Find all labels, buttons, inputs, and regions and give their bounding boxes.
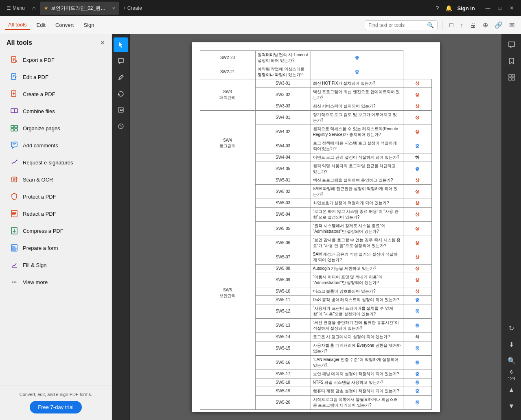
code-cell: SW5-01 (255, 176, 311, 185)
zoom-in-button[interactable]: 🔍 (504, 353, 519, 368)
svg-text:AI: AI (120, 108, 123, 112)
sidebar-item-create-pdf[interactable]: Create a PDF (3, 86, 108, 102)
refresh-button[interactable]: ↻ (504, 321, 519, 335)
bookmarks-panel-button[interactable] (504, 54, 519, 68)
sidebar-item-compress-pdf[interactable]: Compress a PDF (3, 223, 108, 239)
comment-tool-button[interactable] (114, 54, 128, 68)
measure-tool-button[interactable] (114, 119, 128, 133)
link-button[interactable]: 🔗 (493, 20, 504, 31)
menu-button[interactable]: ☰ Menu (3, 4, 28, 13)
code-cell: SW5-09 (255, 273, 311, 287)
tab-edit[interactable]: Edit (33, 20, 49, 30)
code-cell: SW5-19 (255, 387, 311, 396)
next-page-button[interactable]: ▼ (504, 399, 519, 413)
level-cell: 상 (403, 88, 431, 102)
zoom-button[interactable]: ⊕ (481, 20, 490, 31)
table-row: SW2-21예약된 작업에 의심스러운 명령이나 파일이 있는가?중 (200, 65, 431, 79)
content-cell: 원격으로 액세스할 수 있는 레지스트리(Remote Registry Ser… (311, 125, 403, 139)
pdf-viewer[interactable]: SW2-20원격터미널 접속 시 Timeout 설정이 되어 있는가?중SW2… (130, 34, 501, 420)
category-cell: SW3패치관리 (200, 79, 255, 111)
select-tool-button[interactable] (114, 37, 128, 52)
svg-rect-11 (14, 109, 18, 113)
code-cell: SW4-04 (255, 153, 311, 162)
search-box[interactable]: 🔍 (365, 20, 438, 30)
tab-convert[interactable]: Convert (52, 20, 77, 30)
table-row: SW5보안관리SW5-01백신 프로그램을 설치하여 운영하고 있는가?상 (200, 176, 431, 185)
pdf-table: SW2-20원격터미널 접속 시 Timeout 설정이 되어 있는가?중SW2… (200, 50, 432, 410)
sidebar-item-fill-sign[interactable]: Fill & Sign (3, 257, 108, 273)
code-cell: SW5-17 (255, 370, 311, 378)
home-button[interactable]: ⌂ (30, 3, 38, 13)
content-cell: 이벤트 로그 관리 설정이 적절하게 되어 있는가? (311, 153, 403, 162)
sidebar-item-label-fill-sign: Fill & Sign (23, 262, 47, 268)
email-button[interactable]: ✉ (508, 20, 516, 31)
minimize-button[interactable]: — (482, 4, 495, 13)
comments-panel-button[interactable] (504, 37, 519, 52)
sidebar-item-organize-pages[interactable]: Organize pages (3, 120, 108, 136)
code-cell: SW5-11 (255, 296, 311, 304)
search-input[interactable] (368, 22, 425, 28)
pen-tool-button[interactable] (114, 70, 128, 85)
content-cell: "사용자가 프린터 드라이버를 설치할 수 없게 함"이 "사용"으로 설정되어… (311, 304, 403, 319)
sidebar: All tools ✕ Export a PDF Edit a PDF Crea… (0, 34, 112, 420)
trial-button[interactable]: Free 7-day trial (30, 401, 81, 413)
total-pages: 124 (508, 376, 515, 381)
prev-page-button[interactable]: ▲ (504, 383, 519, 397)
content-cell: 보안 채널 데이터 설정이 적절하게 되어 있는가? (311, 370, 403, 378)
sidebar-item-export-pdf[interactable]: Export a PDF (3, 52, 108, 68)
sidebar-item-protect-pdf[interactable]: Protect a PDF (3, 188, 108, 205)
new-tab-button[interactable]: + Create (120, 4, 145, 13)
sidebar-item-prepare-form[interactable]: Prepare a form (3, 240, 108, 256)
code-cell: SW3-01 (255, 79, 311, 88)
tab-sign[interactable]: Sign (80, 20, 97, 30)
sidebar-item-combine-files[interactable]: Combine files (3, 103, 108, 119)
sidebar-item-scan-ocr[interactable]: Scan & OCR (3, 171, 108, 188)
svg-rect-27 (12, 212, 16, 214)
content-cell: "이동식 미디어 포맷 및 꺼내기 허용"에 "Administrators"만… (311, 273, 403, 287)
cloud-upload-button[interactable]: ↑ (458, 20, 465, 31)
content-cell: Autologin 기능을 제한하고 있는가? (311, 265, 403, 273)
level-cell: 하 (403, 153, 431, 162)
sidebar-close-button[interactable]: ✕ (100, 39, 105, 46)
content-cell: "원격 시스템에서 강제로 시스템 종료"에 "Administrators"만… (311, 222, 403, 236)
level-cell: 중 (403, 396, 431, 410)
download-button[interactable]: ⬇ (504, 337, 519, 352)
maximize-button[interactable]: □ (495, 4, 506, 13)
view-more-icon (10, 278, 19, 287)
new-tab-label: + Create (123, 5, 142, 11)
code-cell: SW4-05 (255, 162, 311, 176)
level-cell: 상 (403, 222, 431, 236)
help-button[interactable]: ? (434, 3, 441, 13)
print-button[interactable]: 🖨 (468, 20, 478, 31)
sidebar-item-label-organize: Organize pages (23, 125, 60, 131)
sidebar-item-request-esignatures[interactable]: Request e-signatures (3, 154, 108, 171)
sidebar-item-edit-pdf[interactable]: Edit a PDF (3, 69, 108, 85)
content-cell: 화면보호기 설정이 적절하게 되어 있는가? (311, 199, 403, 208)
svg-rect-33 (12, 249, 16, 250)
code-cell: SW5-12 (255, 304, 311, 319)
sidebar-item-redact-pdf[interactable]: Redact a PDF (3, 206, 108, 222)
tab-close-button[interactable]: ✕ (112, 6, 115, 11)
sidebar-item-label-comments: Add comments (23, 142, 58, 149)
sign-in-button[interactable]: Sign in (457, 5, 475, 11)
notifications-button[interactable]: 🔔 (444, 3, 454, 13)
sidebar-item-view-more[interactable]: View more (3, 274, 108, 290)
tab-all-tools[interactable]: All tools (5, 20, 30, 30)
sidebar-item-add-comments[interactable]: Add comments (3, 137, 108, 153)
level-cell: 중 (403, 296, 431, 304)
tools-panel: AI (112, 34, 130, 420)
save-local-button[interactable]: □ (448, 20, 455, 31)
svg-point-37 (15, 282, 17, 283)
content-cell: SAM 파일에 접근권한 설정이 적절하게 되어 있는가? (311, 185, 403, 199)
code-cell: SW5-13 (255, 319, 311, 333)
rotate-tool-button[interactable] (114, 86, 128, 101)
code-cell: SW5-16 (255, 356, 311, 370)
text-tool-button[interactable]: AI (114, 103, 128, 117)
active-tab[interactable]: ★ 보안가이드라인_02_윈도... ✕ (40, 2, 119, 15)
level-cell: 중 (403, 319, 431, 333)
close-button[interactable]: ✕ (506, 4, 518, 13)
thumbnails-panel-button[interactable] (504, 70, 519, 85)
sidebar-item-label-export-pdf: Export a PDF (23, 57, 55, 63)
level-cell: 상 (403, 250, 431, 265)
level-cell: 중 (403, 370, 431, 378)
